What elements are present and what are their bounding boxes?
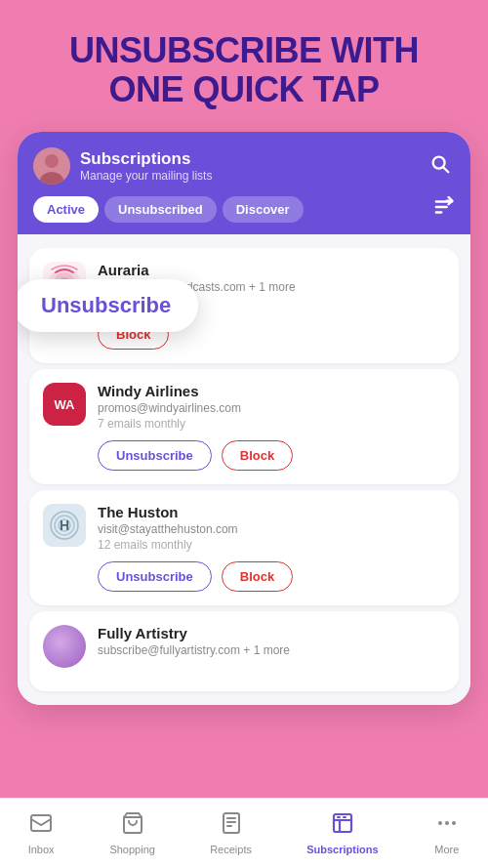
avatar	[33, 147, 70, 185]
receipts-icon	[220, 811, 243, 841]
sub-card-top-artistry: Fully Artistry subscribe@fullyartistry.c…	[43, 625, 445, 668]
subscription-windy: WA Windy Airlines promos@windyairlines.c…	[29, 369, 459, 484]
artistry-blob	[43, 625, 86, 668]
svg-rect-19	[31, 815, 51, 831]
hero-line2: ONE QUICK TAP	[109, 69, 380, 109]
nav-inbox[interactable]: Inbox	[12, 804, 70, 863]
svg-point-30	[452, 821, 456, 825]
subscription-artistry: Fully Artistry subscribe@fullyartistry.c…	[29, 611, 459, 691]
more-label: More	[434, 844, 459, 855]
more-icon	[435, 811, 459, 841]
app-title: Subscriptions	[80, 149, 212, 169]
windy-actions: Unsubscribe Block	[43, 440, 445, 471]
huston-unsubscribe-button[interactable]: Unsubscribe	[98, 561, 212, 592]
svg-text:H: H	[60, 517, 69, 533]
nav-receipts[interactable]: Receipts	[194, 804, 267, 863]
search-button[interactable]	[426, 149, 455, 184]
app-header: Subscriptions Manage your mailing lists …	[18, 132, 470, 234]
header-titles: Subscriptions Manage your mailing lists	[80, 149, 212, 183]
tab-discover[interactable]: Discover	[223, 196, 304, 223]
nav-more[interactable]: More	[418, 804, 476, 863]
auraria-name: Auraria	[98, 262, 296, 278]
app-subtitle: Manage your mailing lists	[80, 169, 212, 183]
bottom-nav: Inbox Shopping Receipts	[0, 798, 488, 868]
artistry-name: Fully Artistry	[98, 625, 290, 641]
sub-card-top-huston: H The Huston visit@stayatthehuston.com 1…	[43, 504, 445, 552]
windy-unsubscribe-button[interactable]: Unsubscribe	[98, 440, 212, 471]
windy-info: Windy Airlines promos@windyairlines.com …	[98, 383, 241, 431]
windy-frequency: 7 emails monthly	[98, 417, 241, 431]
tab-unsubscribed[interactable]: Unsubscribed	[104, 196, 217, 223]
shopping-label: Shopping	[109, 844, 155, 855]
huston-info: The Huston visit@stayatthehuston.com 12 …	[98, 504, 238, 552]
inbox-icon	[29, 811, 53, 841]
huston-frequency: 12 emails monthly	[98, 538, 238, 552]
huston-actions: Unsubscribe Block	[43, 561, 445, 592]
nav-subscriptions[interactable]: Subscriptions	[291, 804, 393, 863]
windy-email: promos@windyairlines.com	[98, 401, 241, 415]
tabs-left: Active Unsubscribed Discover	[33, 196, 304, 234]
header-top: Subscriptions Manage your mailing lists	[33, 147, 455, 185]
sort-button[interactable]	[433, 196, 455, 234]
subscriptions-label: Subscriptions	[306, 844, 378, 855]
svg-point-29	[445, 821, 449, 825]
tabs-row: Active Unsubscribed Discover	[33, 196, 455, 234]
svg-line-4	[443, 167, 448, 172]
receipts-label: Receipts	[210, 844, 252, 855]
floating-unsubscribe-button[interactable]: Unsubscribe	[18, 279, 198, 332]
nav-shopping[interactable]: Shopping	[94, 804, 171, 863]
hero-line1: UNSUBSCRIBE WITH	[69, 30, 419, 70]
tab-active[interactable]: Active	[33, 196, 99, 223]
app-card: Subscriptions Manage your mailing lists …	[18, 132, 470, 705]
sub-card-top-windy: WA Windy Airlines promos@windyairlines.c…	[43, 383, 445, 431]
subscriptions-list: Unsubscribe Auraria	[18, 234, 470, 705]
artistry-email: subscribe@fullyartistry.com + 1 more	[98, 643, 290, 657]
subscription-auraria: Unsubscribe Auraria	[29, 248, 459, 363]
artistry-info: Fully Artistry subscribe@fullyartistry.c…	[98, 625, 290, 659]
subscriptions-icon	[331, 811, 354, 841]
inbox-label: Inbox	[28, 844, 55, 855]
svg-point-1	[45, 154, 59, 168]
huston-block-button[interactable]: Block	[222, 561, 293, 592]
svg-rect-25	[334, 814, 351, 832]
huston-name: The Huston	[98, 504, 238, 520]
header-left: Subscriptions Manage your mailing lists	[33, 147, 212, 185]
svg-point-28	[438, 821, 442, 825]
huston-email: visit@stayatthehuston.com	[98, 522, 238, 536]
artistry-logo	[43, 625, 86, 668]
hero-title: UNSUBSCRIBE WITH ONE QUICK TAP	[0, 0, 488, 132]
shopping-icon	[121, 811, 144, 841]
windy-block-button[interactable]: Block	[222, 440, 293, 471]
windy-name: Windy Airlines	[98, 383, 241, 399]
huston-logo: H	[43, 504, 86, 547]
windy-logo: WA	[43, 383, 86, 426]
subscription-huston: H The Huston visit@stayatthehuston.com 1…	[29, 490, 459, 605]
